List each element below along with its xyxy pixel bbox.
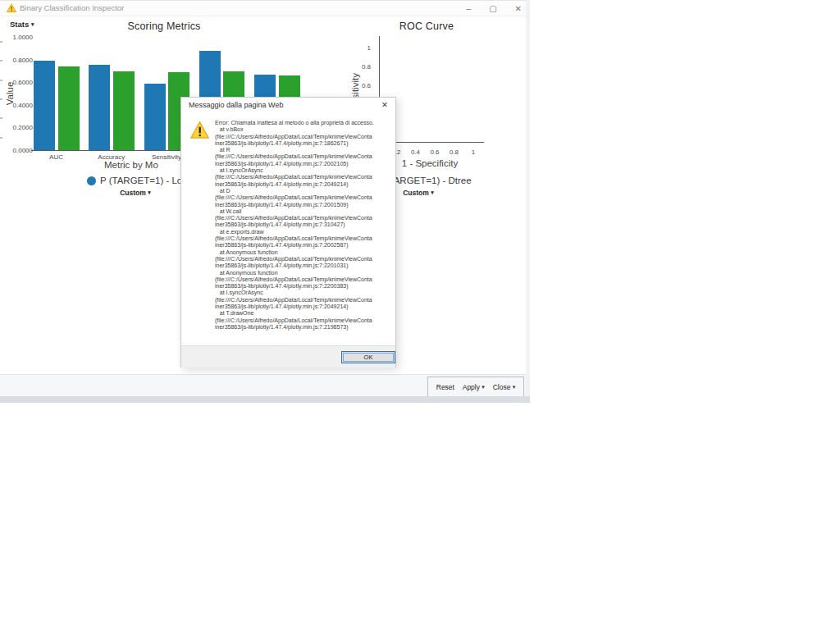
bar[interactable] [58,66,80,150]
warning-triangle-icon [7,3,16,13]
footer-button-group: Reset Apply ▾ Close ▾ [427,377,524,397]
caret-down-icon: ▾ [31,21,34,27]
bar[interactable] [89,65,110,151]
edge-tick-mark [0,137,2,139]
close-icon[interactable]: ✕ [381,100,388,109]
bottom-toolbar: Reset Apply ▾ Close ▾ [0,374,526,397]
edge-tick-mark [0,41,2,43]
close-icon[interactable]: ✕ [515,1,522,16]
apply-button[interactable]: Apply ▾ [463,383,485,391]
roc-ytick: 1 [345,44,371,52]
scoring-legend-item[interactable]: P (TARGET=1) - Logit [100,176,192,185]
apply-button-label: Apply [463,383,480,391]
scoring-category-label: AUC [28,153,85,161]
reset-button-label: Reset [436,383,454,391]
edge-tick-mark [0,98,2,100]
caret-down-icon: ▾ [513,384,516,390]
close-button-label: Close [493,383,511,391]
maximize-icon[interactable]: ▢ [489,1,496,16]
error-dialog-footer: OK [181,345,395,368]
scoring-chart-title: Scoring Metrics [49,21,279,32]
scoring-custom-dropdown-label: Custom [120,189,146,197]
error-dialog-body: Error: Chiamata inattesa al metodo o all… [181,113,395,345]
caret-down-icon: ▾ [482,384,485,390]
edge-tick-mark [0,117,2,119]
close-button[interactable]: Close ▾ [493,383,516,391]
bar[interactable] [113,71,135,150]
scoring-xaxis-label: Metric by Mo [104,160,158,170]
bar[interactable] [34,61,55,150]
reset-button[interactable]: Reset [436,383,454,391]
minimize-icon[interactable]: – [467,1,472,16]
caret-down-icon: ▾ [148,189,151,195]
scoring-yaxis-label: Value [5,61,15,126]
stats-dropdown[interactable]: Stats ▾ [10,20,34,29]
error-dialog: Messaggio dalla pagina Web ✕ Error: Chia… [180,97,396,368]
bar[interactable] [144,84,166,150]
error-dialog-title: Messaggio dalla pagina Web [189,101,283,109]
scoring-custom-dropdown[interactable]: Custom ▾ [98,189,172,197]
edge-tick-mark [0,60,2,62]
window-right-edge [526,0,530,396]
warning-triangle-icon [190,121,209,139]
roc-xtick: 1 [461,148,486,156]
stats-dropdown-label: Stats [10,20,29,29]
window-title: Binary Classification Inspector [20,3,124,12]
scoring-ytick: 1.0000 [7,34,33,41]
ok-button[interactable]: OK [341,351,395,363]
caret-down-icon: ▾ [431,189,434,195]
window-bottom-edge [0,396,530,403]
roc-custom-dropdown-label: Custom [403,189,429,197]
error-stack-text: Error: Chiamata inattesa al metodo o all… [215,120,392,331]
window-titlebar: Binary Classification Inspector – ▢ ✕ [0,1,530,16]
desktop-background: Binary Classification Inspector – ▢ ✕ St… [0,0,840,630]
edge-tick-mark [0,80,2,81]
roc-chart-title: ROC Curve [345,21,509,32]
window-controls: – ▢ ✕ [467,1,522,16]
error-dialog-titlebar[interactable]: Messaggio dalla pagina Web ✕ [181,98,395,113]
scoring-legend-dot [87,176,96,185]
